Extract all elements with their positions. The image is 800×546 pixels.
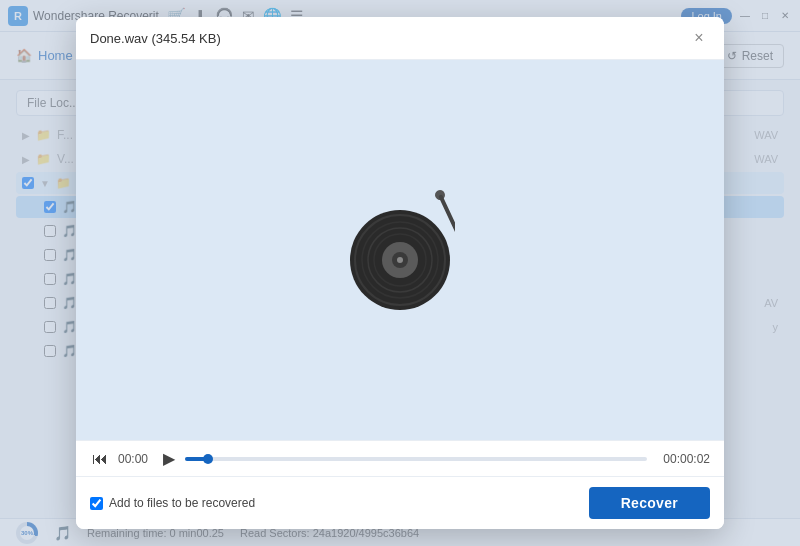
time-total: 00:00:02 <box>655 452 710 466</box>
modal-header: Done.wav (345.54 KB) × <box>76 17 724 60</box>
add-to-recovery-checkbox[interactable] <box>90 497 103 510</box>
modal-overlay: Done.wav (345.54 KB) × <box>0 0 800 546</box>
modal-close-button[interactable]: × <box>688 27 710 49</box>
player-controls: ⏮ 00:00 ▶ 00:00:02 <box>76 440 724 476</box>
modal-footer: Add to files to be recovered Recover <box>76 476 724 529</box>
add-to-recovery-label: Add to files to be recovered <box>109 496 255 510</box>
svg-point-10 <box>397 257 403 263</box>
progress-track[interactable] <box>185 457 647 461</box>
modal-title: Done.wav (345.54 KB) <box>90 31 221 46</box>
add-to-recovery-wrap: Add to files to be recovered <box>90 496 255 510</box>
vinyl-graphic <box>345 185 455 315</box>
preview-modal: Done.wav (345.54 KB) × <box>76 17 724 529</box>
audio-preview-area <box>76 60 724 440</box>
play-button[interactable]: ▶ <box>161 449 177 468</box>
time-current: 00:00 <box>118 452 153 466</box>
rewind-button[interactable]: ⏮ <box>90 450 110 468</box>
recover-button[interactable]: Recover <box>589 487 710 519</box>
progress-thumb <box>203 454 213 464</box>
